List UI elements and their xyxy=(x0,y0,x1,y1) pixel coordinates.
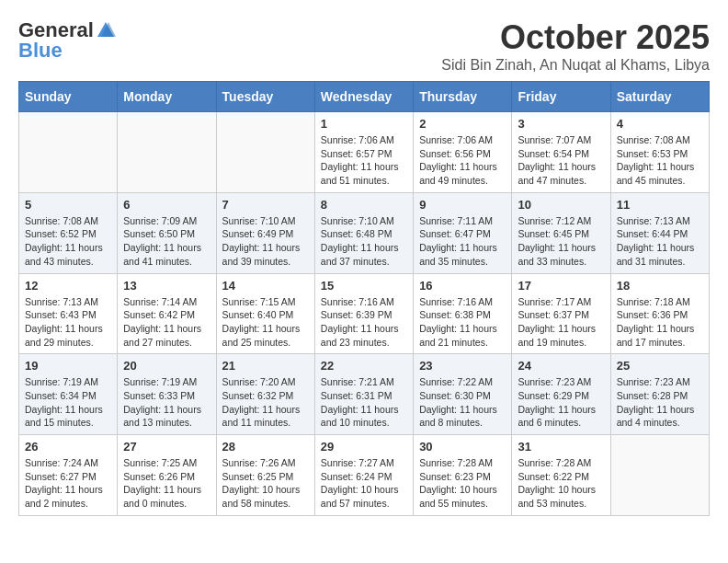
calendar-cell: 1Sunrise: 7:06 AM Sunset: 6:57 PM Daylig… xyxy=(314,112,413,193)
day-number: 28 xyxy=(222,440,309,454)
day-number: 11 xyxy=(617,198,703,212)
weekday-header-wednesday: Wednesday xyxy=(314,82,413,112)
weekday-header-sunday: Sunday xyxy=(19,82,118,112)
day-info: Sunrise: 7:10 AM Sunset: 6:48 PM Dayligh… xyxy=(321,214,407,269)
month-title: October 2025 xyxy=(441,18,710,57)
day-info: Sunrise: 7:19 AM Sunset: 6:33 PM Dayligh… xyxy=(123,375,210,430)
calendar-cell: 21Sunrise: 7:20 AM Sunset: 6:32 PM Dayli… xyxy=(216,354,314,435)
calendar-cell: 3Sunrise: 7:07 AM Sunset: 6:54 PM Daylig… xyxy=(512,112,610,193)
weekday-header-saturday: Saturday xyxy=(610,82,709,112)
day-info: Sunrise: 7:14 AM Sunset: 6:42 PM Dayligh… xyxy=(123,295,210,350)
logo-icon xyxy=(96,20,116,40)
calendar-cell: 12Sunrise: 7:13 AM Sunset: 6:43 PM Dayli… xyxy=(19,273,118,354)
calendar-cell: 6Sunrise: 7:09 AM Sunset: 6:50 PM Daylig… xyxy=(118,192,216,273)
calendar-cell: 2Sunrise: 7:06 AM Sunset: 6:56 PM Daylig… xyxy=(414,112,512,193)
calendar-week-row: 26Sunrise: 7:24 AM Sunset: 6:27 PM Dayli… xyxy=(19,435,710,516)
day-number: 31 xyxy=(518,440,604,454)
calendar-cell: 28Sunrise: 7:26 AM Sunset: 6:25 PM Dayli… xyxy=(216,435,314,516)
calendar-cell: 7Sunrise: 7:10 AM Sunset: 6:49 PM Daylig… xyxy=(216,192,314,273)
calendar-cell: 25Sunrise: 7:23 AM Sunset: 6:28 PM Dayli… xyxy=(610,354,709,435)
calendar-week-row: 1Sunrise: 7:06 AM Sunset: 6:57 PM Daylig… xyxy=(19,112,710,193)
calendar-cell: 20Sunrise: 7:19 AM Sunset: 6:33 PM Dayli… xyxy=(118,354,216,435)
day-info: Sunrise: 7:21 AM Sunset: 6:31 PM Dayligh… xyxy=(321,375,407,430)
day-number: 25 xyxy=(617,359,703,373)
day-info: Sunrise: 7:12 AM Sunset: 6:45 PM Dayligh… xyxy=(518,214,604,269)
calendar-cell: 31Sunrise: 7:28 AM Sunset: 6:22 PM Dayli… xyxy=(512,435,610,516)
day-info: Sunrise: 7:17 AM Sunset: 6:37 PM Dayligh… xyxy=(518,295,604,350)
weekday-header-monday: Monday xyxy=(118,82,216,112)
day-info: Sunrise: 7:19 AM Sunset: 6:34 PM Dayligh… xyxy=(25,375,111,430)
day-info: Sunrise: 7:20 AM Sunset: 6:32 PM Dayligh… xyxy=(222,375,309,430)
day-info: Sunrise: 7:13 AM Sunset: 6:43 PM Dayligh… xyxy=(25,295,111,350)
day-number: 12 xyxy=(25,279,111,293)
logo: General Blue xyxy=(18,18,116,63)
day-number: 23 xyxy=(419,359,506,373)
day-info: Sunrise: 7:10 AM Sunset: 6:49 PM Dayligh… xyxy=(222,214,309,269)
calendar-cell: 8Sunrise: 7:10 AM Sunset: 6:48 PM Daylig… xyxy=(314,192,413,273)
day-number: 16 xyxy=(419,279,506,293)
calendar-cell: 27Sunrise: 7:25 AM Sunset: 6:26 PM Dayli… xyxy=(118,435,216,516)
calendar-cell xyxy=(216,112,314,193)
day-number: 15 xyxy=(321,279,407,293)
day-number: 7 xyxy=(222,198,309,212)
calendar-cell xyxy=(610,435,709,516)
day-number: 13 xyxy=(123,279,210,293)
calendar-week-row: 19Sunrise: 7:19 AM Sunset: 6:34 PM Dayli… xyxy=(19,354,710,435)
calendar-cell: 26Sunrise: 7:24 AM Sunset: 6:27 PM Dayli… xyxy=(19,435,118,516)
day-number: 14 xyxy=(222,279,309,293)
day-info: Sunrise: 7:13 AM Sunset: 6:44 PM Dayligh… xyxy=(617,214,703,269)
calendar-cell: 29Sunrise: 7:27 AM Sunset: 6:24 PM Dayli… xyxy=(314,435,413,516)
calendar-cell: 16Sunrise: 7:16 AM Sunset: 6:38 PM Dayli… xyxy=(414,273,512,354)
calendar-cell: 14Sunrise: 7:15 AM Sunset: 6:40 PM Dayli… xyxy=(216,273,314,354)
day-info: Sunrise: 7:08 AM Sunset: 6:53 PM Dayligh… xyxy=(617,133,703,188)
weekday-header-thursday: Thursday xyxy=(414,82,512,112)
day-number: 3 xyxy=(518,117,604,131)
day-number: 2 xyxy=(419,117,506,131)
weekday-header-row: SundayMondayTuesdayWednesdayThursdayFrid… xyxy=(19,82,710,112)
day-info: Sunrise: 7:08 AM Sunset: 6:52 PM Dayligh… xyxy=(25,214,111,269)
calendar-cell: 4Sunrise: 7:08 AM Sunset: 6:53 PM Daylig… xyxy=(610,112,709,193)
day-number: 27 xyxy=(123,440,210,454)
calendar-cell: 24Sunrise: 7:23 AM Sunset: 6:29 PM Dayli… xyxy=(512,354,610,435)
day-number: 30 xyxy=(419,440,506,454)
day-info: Sunrise: 7:28 AM Sunset: 6:22 PM Dayligh… xyxy=(518,456,604,511)
day-number: 22 xyxy=(321,359,407,373)
title-block: October 2025 Sidi Bin Zinah, An Nuqat al… xyxy=(441,18,710,74)
day-number: 18 xyxy=(617,279,703,293)
day-number: 4 xyxy=(617,117,703,131)
day-info: Sunrise: 7:11 AM Sunset: 6:47 PM Dayligh… xyxy=(419,214,506,269)
day-number: 6 xyxy=(123,198,210,212)
day-number: 17 xyxy=(518,279,604,293)
page-header: General Blue October 2025 Sidi Bin Zinah… xyxy=(18,18,710,74)
day-info: Sunrise: 7:23 AM Sunset: 6:28 PM Dayligh… xyxy=(617,375,703,430)
calendar-cell xyxy=(118,112,216,193)
day-number: 8 xyxy=(321,198,407,212)
calendar-week-row: 12Sunrise: 7:13 AM Sunset: 6:43 PM Dayli… xyxy=(19,273,710,354)
calendar-cell: 9Sunrise: 7:11 AM Sunset: 6:47 PM Daylig… xyxy=(414,192,512,273)
calendar-cell: 15Sunrise: 7:16 AM Sunset: 6:39 PM Dayli… xyxy=(314,273,413,354)
day-info: Sunrise: 7:24 AM Sunset: 6:27 PM Dayligh… xyxy=(25,456,111,511)
day-number: 19 xyxy=(25,359,111,373)
day-number: 10 xyxy=(518,198,604,212)
logo-blue-text: Blue xyxy=(18,39,63,63)
day-info: Sunrise: 7:22 AM Sunset: 6:30 PM Dayligh… xyxy=(419,375,506,430)
calendar-cell: 22Sunrise: 7:21 AM Sunset: 6:31 PM Dayli… xyxy=(314,354,413,435)
calendar-cell: 5Sunrise: 7:08 AM Sunset: 6:52 PM Daylig… xyxy=(19,192,118,273)
day-number: 26 xyxy=(25,440,111,454)
day-info: Sunrise: 7:06 AM Sunset: 6:56 PM Dayligh… xyxy=(419,133,506,188)
calendar-cell: 17Sunrise: 7:17 AM Sunset: 6:37 PM Dayli… xyxy=(512,273,610,354)
day-number: 5 xyxy=(25,198,111,212)
day-info: Sunrise: 7:09 AM Sunset: 6:50 PM Dayligh… xyxy=(123,214,210,269)
day-number: 29 xyxy=(321,440,407,454)
calendar-cell: 11Sunrise: 7:13 AM Sunset: 6:44 PM Dayli… xyxy=(610,192,709,273)
day-info: Sunrise: 7:07 AM Sunset: 6:54 PM Dayligh… xyxy=(518,133,604,188)
calendar-week-row: 5Sunrise: 7:08 AM Sunset: 6:52 PM Daylig… xyxy=(19,192,710,273)
day-info: Sunrise: 7:23 AM Sunset: 6:29 PM Dayligh… xyxy=(518,375,604,430)
day-info: Sunrise: 7:27 AM Sunset: 6:24 PM Dayligh… xyxy=(321,456,407,511)
day-info: Sunrise: 7:16 AM Sunset: 6:38 PM Dayligh… xyxy=(419,295,506,350)
calendar-cell: 19Sunrise: 7:19 AM Sunset: 6:34 PM Dayli… xyxy=(19,354,118,435)
day-info: Sunrise: 7:16 AM Sunset: 6:39 PM Dayligh… xyxy=(321,295,407,350)
calendar-cell: 23Sunrise: 7:22 AM Sunset: 6:30 PM Dayli… xyxy=(414,354,512,435)
calendar-cell: 13Sunrise: 7:14 AM Sunset: 6:42 PM Dayli… xyxy=(118,273,216,354)
day-info: Sunrise: 7:18 AM Sunset: 6:36 PM Dayligh… xyxy=(617,295,703,350)
